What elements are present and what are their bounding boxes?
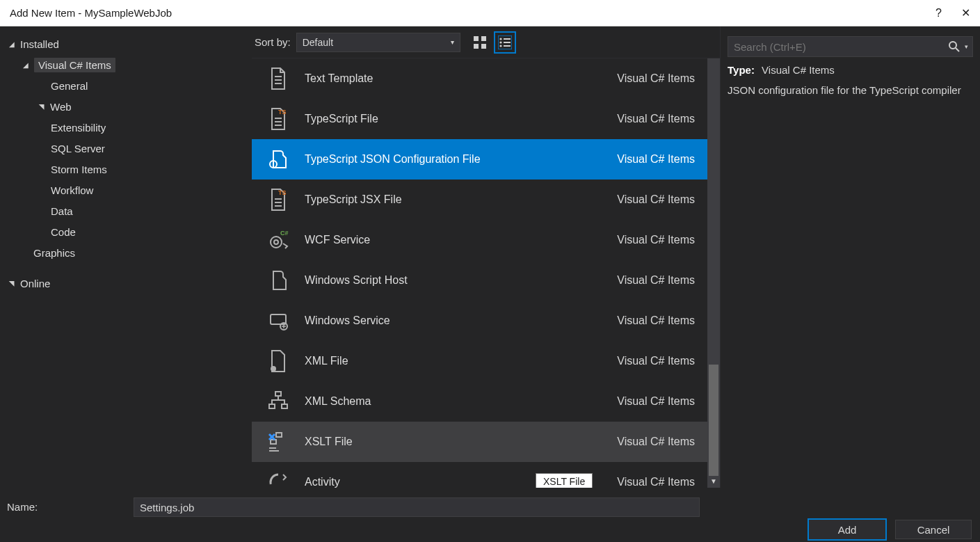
svg-rect-3 <box>481 44 486 49</box>
view-details[interactable] <box>495 33 515 52</box>
template-label: Windows Script Host <box>292 274 617 287</box>
tree-label: Workflow <box>51 184 93 196</box>
tree-item-extensibility[interactable]: Extensibility <box>6 117 246 138</box>
search-input[interactable] <box>734 41 944 53</box>
template-icon <box>264 347 292 375</box>
tree-label: Online <box>20 278 50 289</box>
scroll-down-arrow[interactable]: ▼ <box>707 477 720 485</box>
tree-item-web[interactable]: Web <box>6 96 246 117</box>
tree-item-workflow[interactable]: Workflow <box>6 180 246 200</box>
template-item[interactable]: XML SchemaVisual C# Items <box>252 381 707 422</box>
svg-rect-33 <box>271 440 276 444</box>
tree-graphics[interactable]: Graphics <box>6 242 246 263</box>
tree-item-general[interactable]: General <box>6 75 246 96</box>
name-input[interactable] <box>134 497 700 517</box>
svg-point-25 <box>274 240 278 244</box>
template-category: Visual C# Items <box>617 355 695 367</box>
sortby-value: Default <box>303 37 333 48</box>
svg-rect-8 <box>504 42 511 43</box>
add-button[interactable]: Add <box>809 520 885 539</box>
details-pane: ▾ Type: Visual C# Items JSON configurati… <box>720 26 980 488</box>
template-label: XML File <box>292 355 617 367</box>
svg-text:TS: TS <box>278 109 287 115</box>
sortby-dropdown[interactable]: Default ▾ <box>296 33 460 52</box>
template-item[interactable]: TSTypeScript FileVisual C# Items <box>252 99 707 139</box>
template-icon <box>264 428 292 456</box>
template-category: Visual C# Items <box>617 314 695 327</box>
template-list: Text TemplateVisual C# ItemsTSTypeScript… <box>252 58 707 488</box>
svg-rect-31 <box>282 404 287 408</box>
svg-rect-6 <box>504 38 511 40</box>
svg-rect-2 <box>474 44 479 49</box>
template-label: TypeScript JSX File <box>292 193 617 206</box>
template-item[interactable]: TSTypeScript JSX FileVisual C# Items <box>252 180 707 220</box>
tree-item-data[interactable]: Data <box>6 200 246 221</box>
template-item[interactable]: Windows Script HostVisual C# Items <box>252 260 707 301</box>
template-icon <box>264 65 292 93</box>
template-item[interactable]: Windows ServiceVisual C# Items <box>252 301 707 341</box>
template-category: Visual C# Items <box>617 72 695 85</box>
svg-rect-1 <box>481 36 486 41</box>
svg-point-28 <box>271 366 276 372</box>
name-label: Name: <box>7 497 124 513</box>
tree-online[interactable]: Online <box>6 273 246 294</box>
svg-text:TS: TS <box>278 189 287 196</box>
footer: Name: Add Cancel <box>0 488 980 542</box>
template-category: Visual C# Items <box>617 113 695 125</box>
scrollbar-thumb[interactable] <box>709 365 718 476</box>
template-label: XSLT File <box>292 436 617 448</box>
template-category: Visual C# Items <box>617 153 695 166</box>
dialog-window: Add New Item - MySampleWebJob ? ✕ Instal… <box>0 0 980 542</box>
template-category: Visual C# Items <box>617 476 695 488</box>
tree-label: SQL Server <box>51 143 105 154</box>
chevron-down-icon[interactable]: ▾ <box>965 43 968 50</box>
scrollbar[interactable]: ▼ <box>707 58 720 488</box>
template-label: TypeScript JSON Configuration File <box>292 153 617 166</box>
window-title: Add New Item - MySampleWebJob <box>10 7 172 19</box>
help-icon[interactable]: ? <box>935 7 942 19</box>
template-icon <box>264 468 292 488</box>
template-label: TypeScript File <box>292 113 617 125</box>
type-value: Visual C# Items <box>762 64 835 76</box>
tree-label: General <box>51 80 88 92</box>
template-icon <box>264 307 292 335</box>
svg-rect-29 <box>275 392 281 396</box>
tree-label: Web <box>50 101 72 113</box>
template-category: Visual C# Items <box>617 234 695 246</box>
template-item[interactable]: ActivityVisual C# Items <box>252 462 707 488</box>
cancel-button[interactable]: Cancel <box>895 520 972 539</box>
template-label: Activity <box>292 476 617 488</box>
svg-rect-0 <box>474 36 479 41</box>
svg-point-5 <box>499 38 501 40</box>
search-icon[interactable] <box>948 40 961 53</box>
template-item[interactable]: Text TemplateVisual C# Items <box>252 58 707 99</box>
template-label: Text Template <box>292 72 617 85</box>
template-item[interactable]: XSLT FileVisual C# Items <box>252 422 707 462</box>
svg-point-34 <box>949 42 956 49</box>
tree-label: Extensibility <box>51 122 106 134</box>
close-icon[interactable]: ✕ <box>961 6 970 19</box>
template-icon: TS <box>264 105 292 133</box>
tree-label: Storm Items <box>51 164 107 175</box>
tree-installed[interactable]: Installed <box>6 33 246 54</box>
title-bar: Add New Item - MySampleWebJob ? ✕ <box>0 0 980 26</box>
category-tree: Installed Visual C# Items General Web Ex… <box>0 26 252 488</box>
tree-label: Data <box>51 205 73 217</box>
tree-label: Visual C# Items <box>34 58 115 72</box>
sortby-label: Sort by: <box>255 36 291 48</box>
tree-item-code[interactable]: Code <box>6 221 246 242</box>
svg-point-7 <box>499 41 501 43</box>
template-icon <box>264 145 292 173</box>
type-label: Type: <box>728 64 755 76</box>
tree-item-storm[interactable]: Storm Items <box>6 159 246 180</box>
toolbar: Sort by: Default ▾ <box>252 26 720 58</box>
tree-csharp-items[interactable]: Visual C# Items <box>6 54 246 75</box>
tree-item-sqlserver[interactable]: SQL Server <box>6 138 246 159</box>
svg-point-24 <box>271 237 282 248</box>
search-box[interactable]: ▾ <box>728 36 973 57</box>
template-item[interactable]: XML FileVisual C# Items <box>252 341 707 381</box>
template-item[interactable]: C#WCF ServiceVisual C# Items <box>252 220 707 260</box>
template-icon <box>264 266 292 294</box>
view-medium-icons[interactable] <box>470 33 490 52</box>
template-item[interactable]: TypeScript JSON Configuration FileVisual… <box>252 139 707 180</box>
